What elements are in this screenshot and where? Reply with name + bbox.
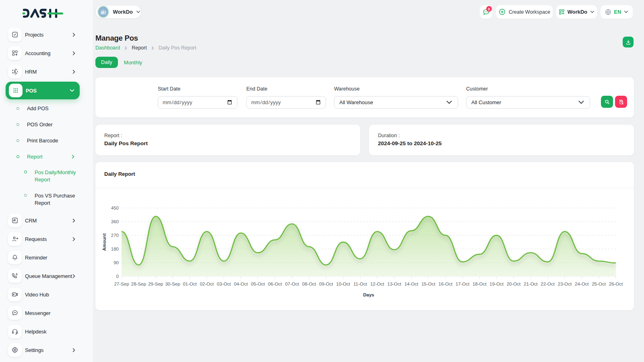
svg-text:03-Oct: 03-Oct <box>217 282 231 286</box>
svg-text:90: 90 <box>114 260 119 265</box>
svg-text:Amount: Amount <box>102 233 107 251</box>
svg-text:09-Oct: 09-Oct <box>319 282 333 286</box>
svg-text:04-Oct: 04-Oct <box>234 282 248 286</box>
svg-text:15-Oct: 15-Oct <box>421 282 436 286</box>
svg-text:21-Oct: 21-Oct <box>524 282 538 286</box>
svg-text:23-Oct: 23-Oct <box>558 282 572 286</box>
svg-text:360: 360 <box>111 219 119 224</box>
svg-text:28-Sep: 28-Sep <box>131 282 146 286</box>
svg-text:13-Oct: 13-Oct <box>387 282 401 286</box>
svg-text:Days: Days <box>363 292 374 297</box>
svg-text:19-Oct: 19-Oct <box>489 282 504 286</box>
svg-text:06-Oct: 06-Oct <box>268 282 282 286</box>
svg-text:25-Oct: 25-Oct <box>592 282 606 286</box>
svg-text:0: 0 <box>116 274 119 279</box>
svg-text:16-Oct: 16-Oct <box>438 282 452 286</box>
svg-text:30-Sep: 30-Sep <box>165 282 180 286</box>
svg-text:450: 450 <box>111 206 119 210</box>
svg-text:20-Oct: 20-Oct <box>507 282 521 286</box>
svg-text:02-Oct: 02-Oct <box>200 282 214 286</box>
svg-text:26-Oct: 26-Oct <box>609 282 623 286</box>
svg-text:270: 270 <box>111 233 119 238</box>
svg-text:180: 180 <box>111 247 119 251</box>
svg-text:24-Oct: 24-Oct <box>575 282 589 286</box>
svg-text:08-Oct: 08-Oct <box>302 282 316 286</box>
svg-text:11-Oct: 11-Oct <box>353 282 367 286</box>
svg-text:29-Sep: 29-Sep <box>148 282 163 286</box>
svg-text:18-Oct: 18-Oct <box>473 282 487 286</box>
svg-text:07-Oct: 07-Oct <box>285 282 299 286</box>
svg-text:01-Oct: 01-Oct <box>183 282 197 286</box>
svg-text:17-Oct: 17-Oct <box>456 282 470 286</box>
svg-text:05-Oct: 05-Oct <box>251 282 265 286</box>
svg-text:12-Oct: 12-Oct <box>370 282 384 286</box>
svg-text:14-Oct: 14-Oct <box>405 282 419 286</box>
svg-text:22-Oct: 22-Oct <box>541 282 555 286</box>
svg-text:10-Oct: 10-Oct <box>336 282 350 286</box>
svg-text:27-Sep: 27-Sep <box>114 282 129 286</box>
